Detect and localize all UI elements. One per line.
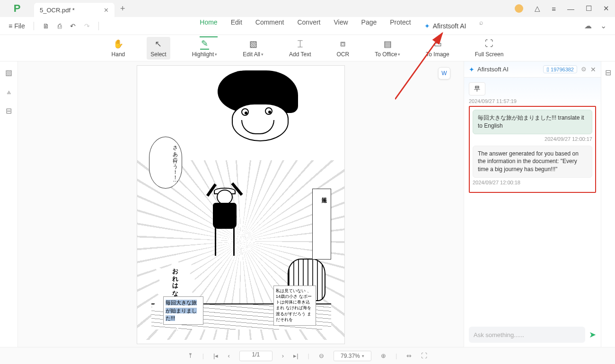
toolbar: ✋Hand ↖Select ✎Highlight▾ ▧Edit All▾ ⌶Ad… — [0, 35, 615, 61]
session-id-badge[interactable]: ▯19796382 — [543, 65, 577, 73]
office-icon: ▤ — [384, 39, 392, 49]
ai-message-short: 早 — [469, 82, 485, 95]
menu-edit[interactable]: Edit — [231, 15, 242, 37]
left-sidebar: ▧ ⟁ ⊟ — [0, 61, 18, 347]
image-icon: ▭ — [434, 39, 442, 49]
page-input[interactable]: 1/1 — [239, 351, 272, 361]
ai-panel-header: ✦ Afirstsoft AI ▯19796382 ⚙ ✕ — [464, 61, 601, 78]
zoom-out-icon[interactable]: ⊖ — [319, 352, 324, 359]
minimize-icon[interactable]: — — [567, 5, 574, 13]
first-icon[interactable]: |◂ — [213, 352, 218, 359]
text-icon: ⌶ — [298, 39, 303, 49]
maximize-icon[interactable]: ☐ — [586, 4, 592, 13]
small-text-box: 私は見ていない 、 14歳の小さ なボートは何体に巻き込まれ なければ海を 渡る… — [273, 286, 316, 326]
window-close-icon[interactable]: ✕ — [603, 4, 609, 13]
main-area: ▧ ⟁ ⊟ さあ行こう！！… 海賊王に おれはなる!!! 毎回大きな旅が始まりま… — [0, 61, 615, 347]
sparkle-icon: ✦ — [424, 18, 430, 34]
fit-page-icon[interactable]: ⛶ — [421, 352, 427, 359]
highlighted-text[interactable]: 毎回大きな旅が始まりました!!! — [163, 296, 203, 325]
zoom-in-icon[interactable]: ⊕ — [381, 352, 386, 359]
menu-view[interactable]: View — [334, 15, 348, 37]
prev-page-icon[interactable]: ‹ — [228, 352, 229, 359]
right-sidebar: ⊟ — [601, 61, 615, 347]
menu-protect[interactable]: Protect — [390, 15, 411, 37]
last-icon[interactable]: ▸| — [293, 352, 298, 359]
ai-panel-title: Afirstsoft AI — [477, 66, 509, 73]
highlighted-conversation: 毎回大きな旅が始まりました!!! translate it to English… — [469, 106, 596, 193]
document-workspace[interactable]: さあ行こう！！… 海賊王に おれはなる!!! 毎回大きな旅が始まりました!!! … — [18, 61, 464, 347]
cursor-icon: ↖ — [155, 39, 162, 49]
statusbar: ⤒ | |◂ ‹ 1/1 › ▸| | ⊖ 79.37%▾ ⊕ | ⇔ ⛶ — [0, 347, 615, 364]
ocr-icon: ⧈ — [340, 39, 345, 49]
menu-convert[interactable]: Convert — [297, 15, 320, 37]
first-page-icon[interactable]: ⤒ — [188, 352, 193, 359]
ai-panel: ✦ Afirstsoft AI ▯19796382 ⚙ ✕ 早 2024/09/… — [464, 61, 601, 347]
timestamp: 2024/09/27 12:00:18 — [473, 180, 592, 185]
ai-input-row: Ask something...... ➤ — [464, 322, 601, 347]
chevron-down-icon: ▾ — [261, 52, 264, 57]
tool-add-text[interactable]: ⌶Add Text — [285, 37, 315, 60]
convert-word-button[interactable]: W — [438, 67, 450, 79]
fullscreen-icon: ⛶ — [485, 39, 493, 49]
ai-chat-input[interactable]: Ask something...... — [469, 327, 585, 343]
chevron-down-icon: ▾ — [398, 52, 400, 57]
notification-icon[interactable]: △ — [535, 4, 540, 13]
menu-icon[interactable]: ≡ — [552, 5, 556, 13]
menu-home[interactable]: Home — [200, 15, 217, 37]
close-panel-icon[interactable]: ✕ — [590, 66, 596, 73]
close-icon[interactable]: ✕ — [99, 7, 109, 14]
tool-to-office[interactable]: ▤To Office▾ — [371, 37, 404, 60]
zoom-select[interactable]: 79.37%▾ — [334, 351, 371, 361]
save-icon[interactable]: 🗎 — [43, 22, 49, 30]
tool-edit-all[interactable]: ▧Edit All▾ — [239, 37, 267, 60]
manga-illustration — [208, 70, 303, 156]
settings-icon[interactable]: ⚙ — [581, 66, 587, 73]
tab-title: 5_OCR.pdf * — [40, 7, 75, 14]
send-icon[interactable]: ➤ — [589, 329, 596, 340]
speech-bubble-right: 海賊王に — [312, 189, 331, 260]
sparkle-icon: ✦ — [469, 66, 474, 73]
tool-highlight[interactable]: ✎Highlight▾ — [188, 37, 221, 60]
speech-bubble-left: さあ行こう！！… — [149, 137, 182, 189]
pdf-page: さあ行こう！！… 海賊王に おれはなる!!! 毎回大きな旅が始まりました!!! … — [137, 65, 345, 344]
tool-hand[interactable]: ✋Hand — [108, 37, 129, 60]
tool-select[interactable]: ↖Select — [147, 37, 170, 60]
next-page-icon[interactable]: › — [282, 352, 284, 359]
fit-width-icon[interactable]: ⇔ — [406, 352, 412, 359]
chevron-down-icon: ▾ — [215, 52, 217, 57]
tool-ocr[interactable]: ⧈OCR — [333, 37, 353, 60]
comments-icon[interactable]: ⊟ — [6, 106, 12, 115]
timestamp: 2024/09/27 11:57:19 — [469, 98, 596, 104]
highlight-icon: ✎ — [200, 39, 209, 49]
menubar: ≡ File 🗎 ⎙ ↶ ↷ Home Edit Comment Convert… — [0, 17, 615, 35]
profile-icon[interactable] — [515, 4, 523, 13]
ai-conversation: 早 2024/09/27 11:57:19 毎回大きな旅が始まりました!!! t… — [464, 78, 601, 322]
file-menu[interactable]: ≡ File — [9, 22, 25, 30]
menu-comment[interactable]: Comment — [255, 15, 284, 37]
new-tab-button[interactable]: + — [120, 4, 125, 14]
panel-toggle-icon[interactable]: ⊟ — [605, 68, 611, 77]
manga-character — [203, 184, 246, 264]
more-icon[interactable]: ⌄ — [600, 21, 606, 30]
search-icon[interactable]: ⌕ — [479, 15, 483, 37]
print-icon[interactable]: ⎙ — [58, 22, 62, 30]
hand-icon: ✋ — [113, 39, 123, 49]
bookmark-icon[interactable]: ⟁ — [7, 87, 11, 96]
user-message: 毎回大きな旅が始まりました!!! translate it to English — [473, 110, 592, 134]
redo-icon[interactable]: ↷ — [84, 22, 90, 30]
thumbnails-icon[interactable]: ▧ — [5, 68, 12, 77]
app-logo: P — [0, 2, 34, 15]
tool-full-screen[interactable]: ⛶Full Screen — [471, 37, 508, 60]
timestamp: 2024/09/27 12:00:17 — [473, 136, 592, 142]
ai-message: The answer generated for you based on th… — [473, 146, 592, 178]
edit-icon: ▧ — [249, 39, 257, 49]
undo-icon[interactable]: ↶ — [70, 22, 76, 30]
cloud-icon[interactable]: ☁ — [584, 21, 592, 30]
tool-to-image[interactable]: ▭To Image — [422, 37, 453, 60]
menu-page[interactable]: Page — [361, 15, 377, 37]
menu-ai[interactable]: ✦Afirstsoft AI — [424, 15, 466, 37]
